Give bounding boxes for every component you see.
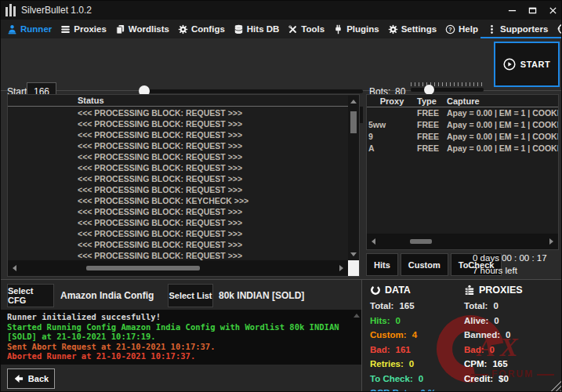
scrollbar-thumb[interactable] — [350, 111, 357, 133]
menubar-icon-button[interactable] — [557, 23, 562, 35]
menu-item-icon — [333, 24, 343, 34]
scroll-left-icon[interactable] — [372, 238, 375, 245]
window-control-button[interactable] — [502, 1, 522, 20]
menu-item[interactable]: Runner — [7, 24, 52, 34]
menu-item-icon — [388, 24, 398, 34]
menu-item[interactable]: Settings — [388, 24, 437, 34]
status-vertical-scrollbar[interactable] — [348, 96, 359, 260]
menu-item[interactable]: Tools — [288, 24, 325, 34]
selected-config: Amazon India Config — [60, 290, 154, 301]
status-row[interactable]: <<< PROCESSING BLOCK: REQUEST >>> — [8, 140, 348, 151]
menu-item-label: Settings — [401, 24, 437, 34]
menubar-right-icons — [557, 23, 562, 35]
hit-row[interactable]: 5ww FREE Apay = 0.00 | EM = 1 | COOKIES — [367, 119, 558, 131]
hit-row[interactable]: FREE Apay = 0.00 | EM = 1 | COOKIES — [367, 107, 558, 119]
titlebar: SilverBullet 1.0.2 — [1, 1, 562, 20]
hit-row[interactable]: A FREE Apay = 0.00 | EM = 1 | COOKIES — [367, 143, 558, 154]
stat-row: Alive:0 — [464, 314, 523, 328]
stat-row: Hits:0 — [370, 314, 436, 328]
status-row[interactable]: <<< PROCESSING BLOCK: REQUEST >>> — [8, 107, 348, 118]
menu-item[interactable]: Supporters — [487, 24, 548, 34]
col-capture: Capture — [447, 95, 558, 107]
log-line: Started Running Config Amazon India Conf… — [7, 322, 350, 342]
play-icon — [503, 58, 516, 71]
status-row[interactable]: <<< PROCESSING BLOCK: REQUEST >>> — [8, 250, 348, 260]
menu-item[interactable]: Wordlists — [115, 24, 169, 34]
back-arrow-icon — [13, 373, 24, 384]
menu-item-label: Runner — [20, 24, 52, 34]
scrollbar-corner — [348, 260, 359, 276]
app-window: SilverBullet 1.0.2 — [0, 0, 562, 392]
select-list-button[interactable]: Select List — [168, 284, 213, 307]
select-cfg-button[interactable]: Select CFG — [7, 284, 54, 307]
scroll-right-icon[interactable] — [339, 265, 343, 271]
window-title: SilverBullet 1.0.2 — [21, 5, 92, 16]
elapsed-time: 0 days 00 : 00 : 17 — [473, 252, 547, 264]
status-row[interactable]: <<< PROCESSING BLOCK: REQUEST >>> — [8, 129, 348, 140]
hits-tab-button[interactable]: Hits — [366, 253, 398, 276]
hits-horizontal-scrollbar[interactable] — [367, 234, 558, 249]
hits-table-header: Proxy Type Capture — [367, 95, 558, 107]
hits-tab-button[interactable]: Custom — [401, 253, 448, 276]
scrollbar-thumb[interactable] — [86, 266, 200, 270]
stat-row: Credit:$0 — [464, 372, 523, 387]
selected-wordlist: 80k INDIAN [SOLD] — [219, 290, 304, 301]
data-stats-header: DATA — [370, 285, 436, 296]
hit-row[interactable]: 9 FREE Apay = 0.00 | EM = 1 | COOKIES — [367, 131, 558, 143]
status-row[interactable]: <<< PROCESSING BLOCK: REQUEST >>> — [8, 173, 348, 184]
log-scroll-up-icon[interactable] — [354, 314, 360, 318]
back-button-label: Back — [28, 374, 49, 383]
menu-item[interactable]: Plugins — [333, 24, 379, 34]
start-button[interactable]: START — [494, 42, 560, 87]
col-type: Type — [417, 95, 447, 107]
menu-item-icon — [7, 24, 17, 34]
start-slider[interactable] — [139, 89, 363, 93]
proxies-server-icon — [464, 285, 475, 296]
data-ring-icon — [370, 285, 381, 296]
status-row[interactable]: <<< PROCESSING BLOCK: REQUEST >>> — [8, 184, 348, 195]
menu-item-icon — [178, 24, 188, 34]
stat-row: Retries:0 — [370, 357, 436, 372]
stat-row: Banned:0 — [464, 328, 523, 343]
scroll-up-icon[interactable] — [350, 100, 357, 103]
menu-item[interactable]: Proxies — [60, 24, 107, 34]
status-rows: <<< PROCESSING BLOCK: REQUEST >>> <<< PR… — [8, 107, 348, 260]
status-row[interactable]: <<< PROCESSING BLOCK: REQUEST >>> — [8, 239, 348, 250]
window-control-button[interactable] — [542, 1, 562, 20]
status-row[interactable]: <<< PROCESSING BLOCK: REQUEST >>> — [8, 228, 348, 239]
col-proxy: Proxy — [367, 95, 417, 107]
status-row[interactable]: <<< PROCESSING BLOCK: KEYCHECK >>> — [8, 195, 348, 206]
menu-item-icon — [115, 24, 125, 34]
status-horizontal-scrollbar[interactable] — [8, 260, 348, 276]
status-column-header: Status — [8, 95, 359, 107]
runner-controls: Start: Bots: 80 START Prog: 165 / 78569 … — [1, 38, 562, 91]
menubar: Runner Proxies Wordlists Configs — [1, 20, 562, 38]
menu-item-label: Plugins — [346, 24, 379, 34]
log-line: Aborted Runner at 21-10-2021 10:17:37. — [7, 351, 350, 361]
hits-panel: Proxy Type Capture FREE Apay = 0.00 | EM… — [366, 94, 559, 250]
status-row[interactable]: <<< PROCESSING BLOCK: REQUEST >>> — [8, 217, 348, 228]
status-panel: Status <<< PROCESSING BLOCK: REQUEST >>>… — [7, 94, 360, 277]
back-button[interactable]: Back — [7, 368, 55, 389]
menu-item[interactable]: Hits DB — [234, 24, 280, 34]
scroll-down-icon[interactable] — [350, 252, 357, 256]
time-left: 7 hours left — [473, 264, 547, 277]
menu-item[interactable]: ? Help — [445, 24, 478, 34]
status-row[interactable]: <<< PROCESSING BLOCK: REQUEST >>> — [8, 162, 348, 173]
scroll-right-icon[interactable] — [549, 238, 553, 245]
scroll-left-icon[interactable] — [13, 265, 16, 271]
window-control-button[interactable] — [522, 1, 542, 20]
data-stats: DATA Total:165 Hits:0 Custom:4 — [370, 285, 436, 392]
ruler-ticks — [411, 82, 484, 86]
stats-area: AX FORUM DATA Total:165 — [361, 280, 562, 392]
menu-items: Runner Proxies Wordlists Configs — [7, 24, 557, 34]
proxy-stats: PROXIES Total:0 Alive:0 Banned:0 — [464, 285, 523, 386]
menu-item-icon — [234, 24, 244, 34]
scrollbar-thumb[interactable] — [410, 239, 432, 244]
status-row[interactable]: <<< PROCESSING BLOCK: REQUEST >>> — [8, 151, 348, 162]
stat-row: To Check:0 — [370, 372, 436, 387]
status-row[interactable]: <<< PROCESSING BLOCK: REQUEST >>> — [8, 206, 348, 217]
menu-item[interactable]: Configs — [178, 24, 225, 34]
stat-row: Bad:0 — [464, 343, 523, 358]
status-row[interactable]: <<< PROCESSING BLOCK: REQUEST >>> — [8, 118, 348, 129]
